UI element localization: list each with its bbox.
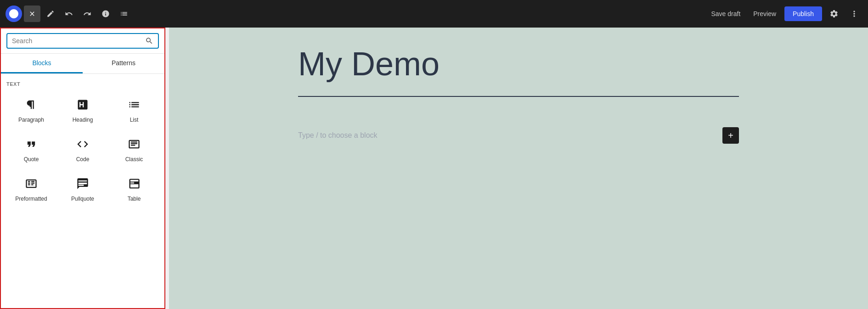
heading-label: Heading	[73, 117, 93, 123]
redo-button[interactable]	[79, 6, 96, 22]
settings-button[interactable]	[826, 6, 842, 22]
block-list[interactable]: List	[109, 90, 159, 128]
info-button[interactable]	[97, 6, 114, 22]
code-label: Code	[76, 156, 90, 163]
heading-icon	[76, 98, 89, 113]
add-block-button[interactable]: +	[722, 127, 739, 144]
paragraph-label: Paragraph	[18, 117, 44, 123]
quote-label: Quote	[24, 156, 39, 163]
save-draft-button[interactable]: Save draft	[706, 7, 745, 20]
table-icon	[128, 177, 141, 192]
block-quote[interactable]: Quote	[6, 130, 56, 168]
search-icon	[145, 37, 153, 45]
pullquote-label: Pullquote	[71, 196, 94, 202]
block-table[interactable]: Table	[109, 169, 159, 207]
wp-logo[interactable]	[6, 6, 22, 22]
inserter-tabs: Blocks Patterns	[1, 54, 164, 74]
toolbar: Save draft Preview Publish	[0, 0, 868, 28]
main-area: Blocks Patterns TEXT Paragraph	[0, 28, 868, 309]
undo-button[interactable]	[61, 6, 77, 22]
preformatted-label: Preformatted	[15, 196, 47, 202]
blocks-grid: Paragraph Heading	[6, 90, 159, 207]
pullquote-icon	[76, 177, 89, 192]
block-pullquote[interactable]: Pullquote	[58, 169, 107, 207]
edit-button[interactable]	[42, 6, 59, 22]
publish-button[interactable]: Publish	[784, 6, 822, 21]
block-classic[interactable]: Classic	[109, 130, 159, 168]
blocks-content: TEXT Paragraph	[1, 74, 164, 308]
block-inserter-sidebar: Blocks Patterns TEXT Paragraph	[0, 28, 165, 309]
tab-blocks[interactable]: Blocks	[1, 54, 83, 73]
list-view-button[interactable]	[116, 6, 132, 22]
empty-block[interactable]: Type / to choose a block +	[298, 120, 739, 151]
editor-area[interactable]: My Demo Type / to choose a block +	[169, 28, 868, 309]
code-icon	[76, 138, 89, 152]
classic-icon	[128, 138, 141, 152]
table-label: Table	[128, 196, 141, 202]
post-title[interactable]: My Demo	[298, 46, 739, 82]
search-wrapper	[6, 33, 159, 49]
post-separator	[298, 96, 739, 97]
section-text-label: TEXT	[6, 81, 159, 87]
search-section	[1, 28, 164, 54]
more-options-button[interactable]	[846, 6, 862, 22]
block-paragraph[interactable]: Paragraph	[6, 90, 56, 128]
preformatted-icon	[25, 177, 38, 192]
block-code[interactable]: Code	[58, 130, 107, 168]
block-preformatted[interactable]: Preformatted	[6, 169, 56, 207]
empty-block-placeholder: Type / to choose a block	[298, 131, 378, 140]
list-label: List	[130, 117, 139, 123]
tab-patterns[interactable]: Patterns	[83, 54, 164, 73]
preview-button[interactable]: Preview	[749, 7, 781, 20]
paragraph-icon	[25, 98, 38, 113]
search-input[interactable]	[12, 37, 141, 45]
classic-label: Classic	[125, 156, 143, 163]
block-heading[interactable]: Heading	[58, 90, 107, 128]
sidebar-scrollbar[interactable]	[165, 28, 169, 309]
toolbar-right: Save draft Preview Publish	[706, 6, 862, 22]
quote-icon	[25, 138, 38, 152]
editor-canvas: My Demo Type / to choose a block +	[298, 46, 739, 291]
add-block-icon: +	[728, 131, 733, 140]
close-panel-button[interactable]	[24, 6, 40, 22]
list-icon	[128, 98, 141, 113]
